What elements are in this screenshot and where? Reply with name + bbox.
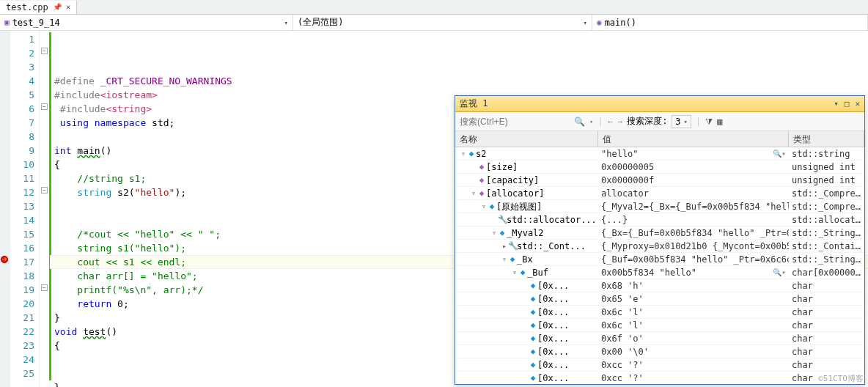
cube-icon: ◆ xyxy=(529,292,537,305)
watch-type: std::string xyxy=(789,147,864,160)
file-tab[interactable]: test.cpp 📌 ✕ xyxy=(0,1,77,14)
visualizer-icon[interactable]: 🔍▾ xyxy=(773,266,789,279)
chevron-down-icon[interactable]: ▾ xyxy=(834,99,839,108)
watch-row[interactable]: ◆ [size]0x00000005unsigned int xyxy=(455,161,864,174)
watch-name: [size] xyxy=(486,161,518,173)
watch-value: 0x65 'e' xyxy=(601,292,644,305)
watch-value: 0xcc '?' xyxy=(601,372,644,384)
fold-toggle[interactable]: − xyxy=(41,284,48,291)
watch-row[interactable]: ▿◆ _Myval2{_Bx={_Buf=0x00b5f834 "hello" … xyxy=(455,226,864,240)
watch-name: [allocator] xyxy=(486,187,544,199)
tree-toggle[interactable]: ▿ xyxy=(490,226,498,239)
chevron-down-icon: ▾ xyxy=(584,19,587,26)
depth-label: 搜索深度: xyxy=(627,115,667,128)
watch-name: [0x... xyxy=(537,292,569,305)
wrench-icon: 🔧 xyxy=(498,213,507,226)
cube-icon: ◆ xyxy=(529,358,537,371)
watch-row[interactable]: ▿◆ _Buf0x00b5f834 "hello"🔍▾char[0x00000.… xyxy=(455,266,864,279)
watch-value: {...} xyxy=(601,213,628,226)
watch-value: 0xcc '?' xyxy=(601,358,644,371)
col-type[interactable]: 类型 xyxy=(789,131,864,147)
watch-row[interactable]: ▿◆ s2"hello"🔍▾std::string xyxy=(455,147,864,161)
watch-name: std::allocator... xyxy=(507,213,597,226)
fold-toggle[interactable]: − xyxy=(41,103,48,110)
watch-row[interactable]: ◆ [0x...0x00 '\0'char xyxy=(455,345,864,358)
watch-row[interactable]: ◆ [0x...0xcc '?'char xyxy=(455,372,864,384)
cube-icon: ◆ xyxy=(529,306,537,318)
watch-row[interactable]: ◆ [0x...0x65 'e'char xyxy=(455,292,864,306)
cube-icon: ◆ xyxy=(529,345,537,358)
watch-name: [0x... xyxy=(537,345,569,358)
watch-search-input[interactable] xyxy=(460,117,570,127)
search-icon[interactable]: 🔍 xyxy=(574,117,585,127)
tree-toggle[interactable]: ▿ xyxy=(480,200,488,213)
watch-type: std::_String_v... xyxy=(789,226,864,239)
scope-range[interactable]: (全局范围) ▾ xyxy=(293,15,592,30)
close-icon[interactable]: ✕ xyxy=(855,99,860,108)
scope-function[interactable]: ◉ main() xyxy=(592,15,868,30)
breakpoint-gutter[interactable]: ➔ xyxy=(0,31,10,387)
watch-name: [0x... xyxy=(537,319,569,331)
watch-row[interactable]: 🔧 std::allocator...{...}std::allocator..… xyxy=(455,213,864,226)
watch-row[interactable]: ◆ [0x...0x68 'h'char xyxy=(455,279,864,292)
watch-row[interactable]: ◆ [0x...0x6c 'l'char xyxy=(455,306,864,319)
tree-toggle[interactable]: ▿ xyxy=(501,253,508,265)
close-icon[interactable]: ✕ xyxy=(66,2,71,12)
col-value[interactable]: 值 xyxy=(598,131,789,147)
fold-gutter[interactable]: − − − − xyxy=(40,31,50,387)
filter-icon[interactable]: ⧩ xyxy=(705,117,713,127)
watch-titlebar[interactable]: 监视 1 ▾ □ ✕ xyxy=(455,96,864,112)
maximize-icon[interactable]: □ xyxy=(845,99,850,108)
depth-input[interactable]: 3 ▾ xyxy=(672,115,691,128)
watch-type: char xyxy=(789,345,864,358)
watch-type: char xyxy=(789,292,864,305)
watch-row[interactable]: ▿◆ [原始视图]{_Myval2={_Bx={_Buf=0x00b5f834 … xyxy=(455,200,864,213)
watch-value: 0x00000005 xyxy=(601,161,654,173)
watch-toolbar: 🔍 ▾ | ← → 搜索深度: 3 ▾ | ⧩ ▦ xyxy=(455,112,864,131)
watch-name: [capacity] xyxy=(486,174,539,186)
watch-row[interactable]: ◆ [capacity]0x0000000funsigned int xyxy=(455,174,864,187)
scope-project[interactable]: ▣ test_9_14 ▾ xyxy=(0,15,293,30)
cube-icon: ◆ xyxy=(477,161,486,173)
fold-toggle[interactable]: − xyxy=(41,187,48,194)
watch-name: _Myval2 xyxy=(507,226,544,239)
watch-type: std::_Compre... xyxy=(789,187,864,199)
watch-row[interactable]: ▿◆ [allocator]allocatorstd::_Compre... xyxy=(455,187,864,200)
watch-type: char xyxy=(789,358,864,371)
watch-value: {_Bx={_Buf=0x00b5f834 "hello" _Ptr=0x6c6… xyxy=(601,226,789,239)
tree-toggle[interactable]: ▿ xyxy=(470,187,477,199)
watch-value: 0x6c 'l' xyxy=(601,306,644,318)
watch-row[interactable]: ◆ [0x...0x6f 'o'char xyxy=(455,332,864,345)
cube-icon: ◆ xyxy=(529,372,537,384)
watch-type: std::_Contain... xyxy=(789,240,864,252)
watch-name: [0x... xyxy=(537,306,569,318)
watch-row[interactable]: ▸🔧 std::_Cont...{_Myproxy=0x010d21b0 {_M… xyxy=(455,240,864,253)
watch-value: 0x6c 'l' xyxy=(601,319,644,331)
file-tab-label: test.cpp xyxy=(6,2,48,12)
nav-next-icon[interactable]: → xyxy=(617,117,622,127)
cube-icon: ◆ xyxy=(529,332,537,344)
watch-type: std::allocator... xyxy=(789,213,864,226)
tree-toggle[interactable]: ▸ xyxy=(501,240,508,252)
tree-toggle[interactable]: ▿ xyxy=(460,147,467,160)
cube-icon: ◆ xyxy=(488,200,496,213)
watch-row[interactable]: ◆ [0x...0x6c 'l'char xyxy=(455,319,864,332)
tree-toggle[interactable]: ▿ xyxy=(511,266,518,279)
watch-type: char xyxy=(789,319,864,331)
columns-icon[interactable]: ▦ xyxy=(717,117,722,127)
project-icon: ▣ xyxy=(4,18,10,27)
fold-toggle[interactable]: − xyxy=(41,48,48,54)
watch-value: 0x00b5f834 "hello" xyxy=(601,266,696,279)
cube-icon: ◆ xyxy=(477,187,486,199)
nav-prev-icon[interactable]: ← xyxy=(608,117,613,127)
watch-type: char[0x00000... xyxy=(789,266,864,279)
col-name[interactable]: 名称 xyxy=(455,131,598,147)
watch-value: {_Buf=0x00b5f834 "hello" _Ptr=0x6c6c6568… xyxy=(601,253,789,265)
watch-row[interactable]: ▿◆ _Bx{_Buf=0x00b5f834 "hello" _Ptr=0x6c… xyxy=(455,253,864,266)
watch-row[interactable]: ◆ [0x...0xcc '?'char xyxy=(455,358,864,372)
visualizer-icon[interactable]: 🔍▾ xyxy=(773,147,789,160)
cube-icon: ◆ xyxy=(467,147,476,160)
pin-icon[interactable]: 📌 xyxy=(53,3,62,11)
watch-type: unsigned int xyxy=(789,161,864,173)
watch-value: allocator xyxy=(601,187,649,199)
